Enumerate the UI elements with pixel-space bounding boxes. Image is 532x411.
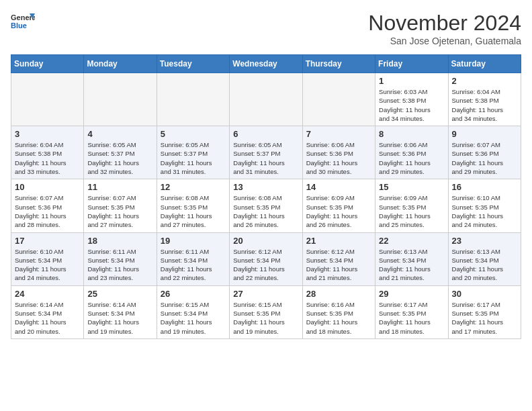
day-info: Sunrise: 6:17 AM Sunset: 5:35 PM Dayligh… [452,300,517,336]
day-number: 23 [452,236,517,246]
calendar-day-cell: 30Sunrise: 6:17 AM Sunset: 5:35 PM Dayli… [448,285,521,338]
calendar-day-cell: 21Sunrise: 6:12 AM Sunset: 5:34 PM Dayli… [302,232,375,285]
calendar-day-cell: 17Sunrise: 6:10 AM Sunset: 5:34 PM Dayli… [11,232,84,285]
calendar-day-cell: 27Sunrise: 6:15 AM Sunset: 5:35 PM Dayli… [230,285,302,338]
day-info: Sunrise: 6:09 AM Sunset: 5:35 PM Dayligh… [306,193,371,229]
calendar-week-row: 24Sunrise: 6:14 AM Sunset: 5:34 PM Dayli… [11,285,521,338]
calendar-day-cell: 25Sunrise: 6:14 AM Sunset: 5:34 PM Dayli… [84,285,157,338]
day-info: Sunrise: 6:06 AM Sunset: 5:36 PM Dayligh… [306,140,371,176]
day-number: 17 [15,236,80,246]
month-title: November 2024 [368,11,521,36]
weekday-header: Monday [84,55,157,73]
calendar-table: SundayMondayTuesdayWednesdayThursdayFrid… [11,54,521,339]
weekday-header: Tuesday [157,55,229,73]
day-number: 28 [306,289,371,299]
day-info: Sunrise: 6:12 AM Sunset: 5:34 PM Dayligh… [306,247,371,283]
calendar-day-cell: 9Sunrise: 6:07 AM Sunset: 5:36 PM Daylig… [448,126,521,179]
day-number: 30 [452,289,517,299]
calendar-day-cell: 24Sunrise: 6:14 AM Sunset: 5:34 PM Dayli… [11,285,84,338]
day-number: 18 [87,236,152,246]
calendar-day-cell: 12Sunrise: 6:08 AM Sunset: 5:35 PM Dayli… [157,179,229,232]
day-info: Sunrise: 6:13 AM Sunset: 5:34 PM Dayligh… [379,247,444,283]
day-number: 15 [379,182,444,192]
calendar-day-cell: 15Sunrise: 6:09 AM Sunset: 5:35 PM Dayli… [375,179,448,232]
calendar-day-cell: 13Sunrise: 6:08 AM Sunset: 5:35 PM Dayli… [230,179,302,232]
calendar-day-cell: 8Sunrise: 6:06 AM Sunset: 5:36 PM Daylig… [375,126,448,179]
day-info: Sunrise: 6:16 AM Sunset: 5:35 PM Dayligh… [306,300,371,336]
calendar-day-cell: 19Sunrise: 6:11 AM Sunset: 5:34 PM Dayli… [157,232,229,285]
title-block: November 2024 San Jose Ojetenan, Guatema… [368,11,521,46]
day-number: 29 [379,289,444,299]
day-info: Sunrise: 6:14 AM Sunset: 5:34 PM Dayligh… [87,300,152,336]
day-number: 3 [15,129,80,139]
calendar-week-row: 1Sunrise: 6:03 AM Sunset: 5:38 PM Daylig… [11,73,521,126]
calendar-day-cell: 14Sunrise: 6:09 AM Sunset: 5:35 PM Dayli… [302,179,375,232]
day-number: 13 [233,182,298,192]
weekday-header: Wednesday [230,55,302,73]
calendar-week-row: 10Sunrise: 6:07 AM Sunset: 5:36 PM Dayli… [11,179,521,232]
calendar-day-cell: 10Sunrise: 6:07 AM Sunset: 5:36 PM Dayli… [11,179,84,232]
day-info: Sunrise: 6:06 AM Sunset: 5:36 PM Dayligh… [379,140,444,176]
day-number: 24 [15,289,80,299]
weekday-header: Friday [375,55,448,73]
day-info: Sunrise: 6:10 AM Sunset: 5:34 PM Dayligh… [15,247,80,283]
weekday-header: Thursday [302,55,375,73]
day-info: Sunrise: 6:08 AM Sunset: 5:35 PM Dayligh… [233,193,298,229]
day-number: 4 [87,129,152,139]
day-info: Sunrise: 6:05 AM Sunset: 5:37 PM Dayligh… [161,140,226,176]
day-number: 19 [161,236,226,246]
day-info: Sunrise: 6:04 AM Sunset: 5:38 PM Dayligh… [452,87,517,123]
calendar-day-cell [157,73,229,126]
calendar-day-cell [11,73,84,126]
calendar-day-cell: 23Sunrise: 6:13 AM Sunset: 5:34 PM Dayli… [448,232,521,285]
calendar-day-cell: 3Sunrise: 6:04 AM Sunset: 5:38 PM Daylig… [11,126,84,179]
calendar-day-cell: 28Sunrise: 6:16 AM Sunset: 5:35 PM Dayli… [302,285,375,338]
calendar-day-cell: 2Sunrise: 6:04 AM Sunset: 5:38 PM Daylig… [448,73,521,126]
weekday-header: Saturday [448,55,521,73]
day-info: Sunrise: 6:08 AM Sunset: 5:35 PM Dayligh… [161,193,226,229]
calendar-week-row: 17Sunrise: 6:10 AM Sunset: 5:34 PM Dayli… [11,232,521,285]
calendar-day-cell: 29Sunrise: 6:17 AM Sunset: 5:35 PM Dayli… [375,285,448,338]
calendar-day-cell: 7Sunrise: 6:06 AM Sunset: 5:36 PM Daylig… [302,126,375,179]
day-info: Sunrise: 6:11 AM Sunset: 5:34 PM Dayligh… [87,247,152,283]
calendar-day-cell [302,73,375,126]
logo: General Blue [11,11,35,32]
day-number: 1 [379,76,444,86]
calendar-day-cell: 22Sunrise: 6:13 AM Sunset: 5:34 PM Dayli… [375,232,448,285]
calendar-day-cell: 18Sunrise: 6:11 AM Sunset: 5:34 PM Dayli… [84,232,157,285]
day-number: 12 [161,182,226,192]
calendar-day-cell: 20Sunrise: 6:12 AM Sunset: 5:34 PM Dayli… [230,232,302,285]
weekday-header: Sunday [11,55,84,73]
calendar-day-cell [230,73,302,126]
day-number: 7 [306,129,371,139]
day-info: Sunrise: 6:15 AM Sunset: 5:35 PM Dayligh… [233,300,298,336]
day-info: Sunrise: 6:12 AM Sunset: 5:34 PM Dayligh… [233,247,298,283]
day-info: Sunrise: 6:03 AM Sunset: 5:38 PM Dayligh… [379,87,444,123]
day-info: Sunrise: 6:07 AM Sunset: 5:36 PM Dayligh… [452,140,517,176]
day-number: 27 [233,289,298,299]
day-number: 14 [306,182,371,192]
day-number: 20 [233,236,298,246]
calendar-day-cell: 11Sunrise: 6:07 AM Sunset: 5:35 PM Dayli… [84,179,157,232]
day-info: Sunrise: 6:17 AM Sunset: 5:35 PM Dayligh… [379,300,444,336]
day-number: 11 [87,182,152,192]
day-info: Sunrise: 6:13 AM Sunset: 5:34 PM Dayligh… [452,247,517,283]
calendar-day-cell [84,73,157,126]
day-info: Sunrise: 6:10 AM Sunset: 5:35 PM Dayligh… [452,193,517,229]
day-info: Sunrise: 6:07 AM Sunset: 5:36 PM Dayligh… [15,193,80,229]
svg-text:Blue: Blue [11,21,27,30]
day-number: 16 [452,182,517,192]
calendar-day-cell: 1Sunrise: 6:03 AM Sunset: 5:38 PM Daylig… [375,73,448,126]
day-info: Sunrise: 6:15 AM Sunset: 5:34 PM Dayligh… [161,300,226,336]
day-number: 21 [306,236,371,246]
calendar-day-cell: 5Sunrise: 6:05 AM Sunset: 5:37 PM Daylig… [157,126,229,179]
calendar-day-cell: 16Sunrise: 6:10 AM Sunset: 5:35 PM Dayli… [448,179,521,232]
day-number: 5 [161,129,226,139]
day-info: Sunrise: 6:09 AM Sunset: 5:35 PM Dayligh… [379,193,444,229]
day-info: Sunrise: 6:05 AM Sunset: 5:37 PM Dayligh… [87,140,152,176]
day-info: Sunrise: 6:07 AM Sunset: 5:35 PM Dayligh… [87,193,152,229]
day-info: Sunrise: 6:04 AM Sunset: 5:38 PM Dayligh… [15,140,80,176]
day-number: 25 [87,289,152,299]
day-info: Sunrise: 6:14 AM Sunset: 5:34 PM Dayligh… [15,300,80,336]
day-info: Sunrise: 6:11 AM Sunset: 5:34 PM Dayligh… [161,247,226,283]
